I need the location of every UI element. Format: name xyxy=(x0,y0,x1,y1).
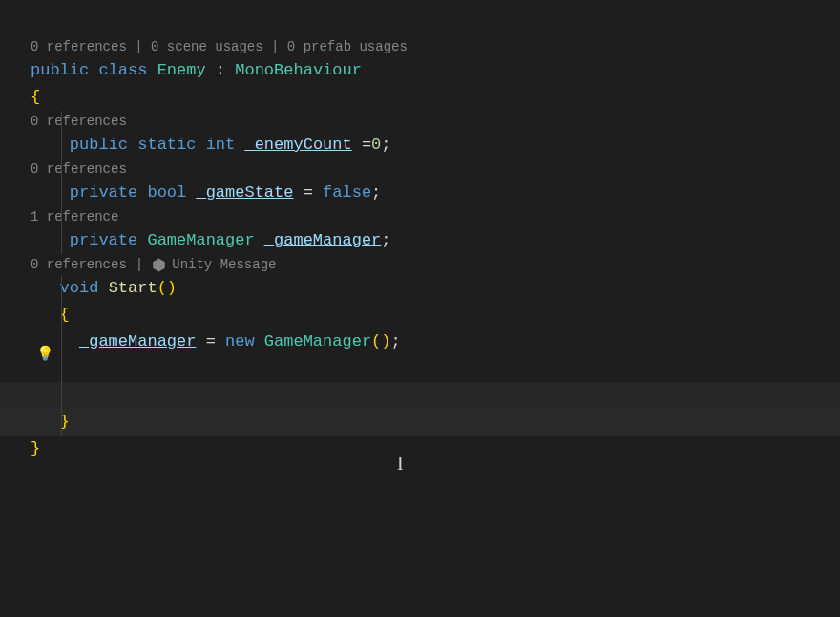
code-line[interactable]: public class Enemy : MonoBehaviour xyxy=(31,57,840,84)
code-line[interactable]: { xyxy=(31,84,840,111)
code-line[interactable]: } xyxy=(31,436,840,462)
keyword-static: static xyxy=(137,136,196,154)
code-line[interactable]: private GameManager _gameManager; xyxy=(31,227,840,254)
semicolon: ; xyxy=(381,231,390,249)
unity-icon xyxy=(152,258,166,272)
keyword-public: public xyxy=(70,136,128,154)
code-line[interactable]: _gameManager = new GameManager(); xyxy=(31,329,840,355)
code-line-current[interactable]: 💡 xyxy=(31,355,840,382)
parens: () xyxy=(371,332,390,351)
indent-guide xyxy=(61,355,62,382)
keyword-void: void xyxy=(60,279,99,297)
code-line[interactable]: public static int _enemyCount =0; xyxy=(31,132,840,159)
indent-guide xyxy=(115,329,116,355)
code-line[interactable]: } xyxy=(31,409,840,436)
open-brace: { xyxy=(31,88,40,106)
codelens-text: Unity Message xyxy=(172,254,276,275)
codelens-text: 0 references xyxy=(31,254,127,275)
semicolon: ; xyxy=(390,332,400,351)
field-enemycount: _enemyCount xyxy=(244,136,351,154)
text-cursor-icon: I xyxy=(397,453,404,475)
keyword-false: false xyxy=(323,183,371,202)
codelens-text: 0 references | 0 scene usages | 0 prefab… xyxy=(31,36,408,57)
keyword-private: private xyxy=(70,183,137,202)
semicolon: ; xyxy=(371,183,381,202)
indent-guide xyxy=(61,206,62,227)
indent-guide xyxy=(61,111,62,132)
keyword-int: int xyxy=(206,136,236,154)
codelens-method[interactable]: 0 references|Unity Message xyxy=(31,254,840,275)
separator: | xyxy=(136,254,143,275)
keyword-new: new xyxy=(225,332,255,351)
semicolon: ; xyxy=(381,136,390,154)
code-line[interactable]: private bool _gameState = false; xyxy=(31,180,840,206)
codelens-class[interactable]: 0 references | 0 scene usages | 0 prefab… xyxy=(31,36,840,57)
indent-guide xyxy=(61,275,62,302)
keyword-bool: bool xyxy=(147,183,186,202)
field-gamestate: _gameState xyxy=(196,183,293,202)
codelens-text: 0 references xyxy=(31,159,127,180)
indent-guide xyxy=(61,227,62,254)
codelens-field[interactable]: 0 references xyxy=(31,111,840,132)
codelens-field[interactable]: 0 references xyxy=(31,159,840,180)
method-start: Start xyxy=(109,279,158,297)
number-zero: 0 xyxy=(371,136,381,154)
code-line[interactable]: void Start() xyxy=(31,275,840,302)
keyword-private: private xyxy=(70,231,137,249)
codelens-text: 0 references xyxy=(31,111,127,132)
keyword-class: class xyxy=(98,61,147,79)
code-line[interactable] xyxy=(31,382,840,409)
field-gamemanager: _gameManager xyxy=(79,332,196,351)
code-editor[interactable]: 0 references | 0 scene usages | 0 prefab… xyxy=(0,0,840,462)
colon: : xyxy=(216,61,225,79)
equals: = xyxy=(304,183,313,202)
indent-guide xyxy=(61,302,62,329)
indent-guide xyxy=(61,382,62,409)
parens: () xyxy=(158,279,177,297)
indent-guide xyxy=(61,132,62,159)
close-brace: } xyxy=(31,439,40,457)
codelens-field[interactable]: 1 reference xyxy=(31,206,840,227)
equals: = xyxy=(206,332,216,351)
keyword-public: public xyxy=(31,61,89,79)
indent-guide xyxy=(61,159,62,180)
type-gamemanager: GameManager xyxy=(147,231,254,249)
indent-guide xyxy=(61,329,62,355)
equals: = xyxy=(352,136,371,154)
codelens-text: 1 reference xyxy=(31,206,118,227)
code-line[interactable]: { xyxy=(31,302,840,329)
lightbulb-icon[interactable]: 💡 xyxy=(36,342,54,369)
indent-guide xyxy=(61,409,62,436)
type-monobehaviour: MonoBehaviour xyxy=(235,61,362,79)
indent-guide xyxy=(61,180,62,206)
field-gamemanager: _gameManager xyxy=(264,231,381,249)
line-bg xyxy=(0,382,840,409)
type-gamemanager: GameManager xyxy=(264,332,371,351)
spacer xyxy=(31,0,840,36)
type-enemy: Enemy xyxy=(158,61,206,79)
